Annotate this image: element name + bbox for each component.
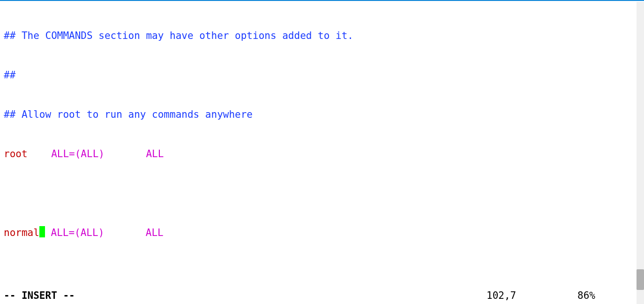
vim-cursor-position: 102,7	[487, 289, 516, 302]
sudoers-spec: ALL=(ALL) ALL	[45, 227, 164, 238]
vim-status-bar: -- INSERT -- 102,7 86%	[4, 289, 632, 302]
scrollbar-thumb[interactable]	[637, 269, 644, 290]
comment-line: ## The COMMANDS section may have other o…	[4, 30, 353, 41]
sudoers-spec: ALL=(ALL) ALL	[28, 148, 164, 160]
sudoers-user-normal: normal	[4, 227, 39, 238]
comment-line: ##	[4, 69, 15, 81]
sudoers-user-root: root	[4, 148, 28, 160]
scrollbar-track[interactable]	[637, 2, 644, 304]
vim-scroll-percent: 86%	[577, 289, 595, 302]
editor-content[interactable]: ## The COMMANDS section may have other o…	[4, 3, 549, 304]
cursor	[39, 226, 45, 237]
comment-line: ## Allow root to run any commands anywhe…	[4, 109, 253, 120]
terminal-viewport: ## The COMMANDS section may have other o…	[0, 0, 644, 304]
vim-mode: -- INSERT --	[4, 290, 75, 301]
